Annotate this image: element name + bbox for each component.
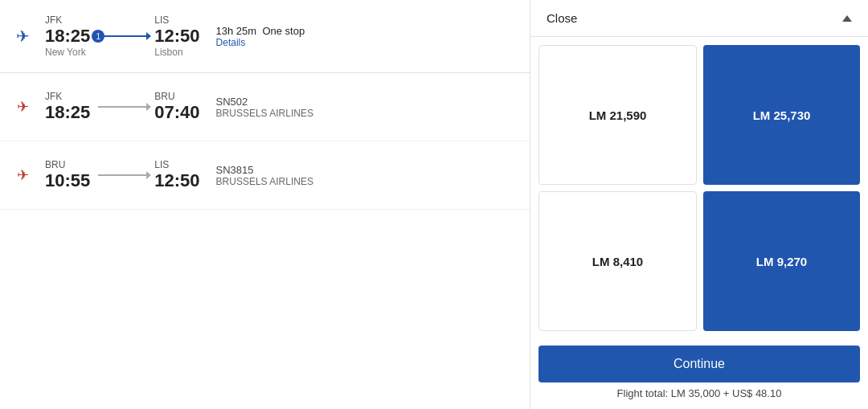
seg1-depart-time: 18:25 [45,102,90,123]
seg1-flight-number: SN502 [216,96,313,108]
segment-list: ✈ JFK 18:25 BRU 07:40 [0,73,530,210]
continue-section: Continue Flight total: LM 35,000 + US$ 4… [530,339,868,409]
seg1-arrow [146,103,151,111]
arrow-right [146,32,151,40]
seg1-dest-code: BRU [154,91,199,102]
duration-info: 13h 25m One stop Details [216,25,305,48]
flight-info: JFK 18:25 New York 1 LIS 12:50 Lisbon [45,14,305,58]
seg2-dest: LIS 12:50 [154,159,199,191]
seg2-airline: BRUSSELS AIRLINES [216,176,313,187]
seg2-dest-code: LIS [154,159,199,170]
table-row: ✈ BRU 10:55 LIS 12:50 [0,141,530,210]
seg1-dest: BRU 07:40 [154,91,199,123]
segment1-info: JFK 18:25 BRU 07:40 SN502 BRUSSELS AI [45,91,514,123]
segment2-info: BRU 10:55 LIS 12:50 SN3815 BRUSSELS A [45,159,514,191]
seg2-arrive-time: 12:50 [154,170,199,191]
price-cell-2-1[interactable]: LM 8,410 [538,191,697,331]
continue-button[interactable]: Continue [538,346,860,382]
seg2-origin-code: BRU [45,159,90,170]
flight-summary-row: ✈ JFK 18:25 New York 1 L [0,0,530,73]
price-cell-1-1[interactable]: LM 21,590 [538,45,697,185]
seg2-arrow [146,171,151,179]
origin-block: JFK 18:25 New York [45,14,90,58]
price-grid: LM 21,590 LM 25,730 LM 8,410 LM 9,270 [530,37,868,339]
depart-time: 18:25 [45,26,90,47]
origin-code: JFK [45,14,90,26]
left-panel: ✈ JFK 18:25 New York 1 L [0,0,530,409]
seg1-flight-block: SN502 BRUSSELS AIRLINES [216,96,313,119]
airline-icon: ✈ [8,27,37,46]
price-cell-1-2[interactable]: LM 25,730 [703,45,860,185]
seg2-flight-number: SN3815 [216,164,313,176]
segments-section: ✈ JFK 18:25 BRU 07:40 [0,73,530,210]
close-label: Close [547,11,577,25]
seg2-depart-time: 10:55 [45,170,90,191]
close-bar[interactable]: Close [530,0,868,37]
price-cell-2-2[interactable]: LM 9,270 [703,191,860,331]
duration-text: 13h 25m One stop [216,25,305,37]
arrive-time: 12:50 [154,26,199,47]
seg1-airline: BRUSSELS AIRLINES [216,108,313,119]
flight-total: Flight total: LM 35,000 + US$ 48.10 [538,382,860,406]
price-row-2: LM 8,410 LM 9,270 [538,191,860,331]
dest-city: Lisbon [154,47,199,58]
dest-block: LIS 12:50 Lisbon [154,14,199,58]
dest-code: LIS [154,14,199,26]
segment2-plane-icon: ✈ [17,166,29,184]
seg2-route-line [98,174,146,176]
right-panel: Close LM 21,590 LM 25,730 LM 8,410 LM 9 [530,0,868,409]
chevron-up-icon [842,15,852,22]
segment1-plane-icon: ✈ [17,98,29,116]
segment2-icon: ✈ [8,166,37,184]
seg2-origin: BRU 10:55 [45,159,90,191]
details-link[interactable]: Details [216,37,305,48]
plane-icon: ✈ [16,27,30,46]
seg2-flight-block: SN3815 BRUSSELS AIRLINES [216,164,313,187]
main-container: ✈ JFK 18:25 New York 1 L [0,0,868,409]
seg1-arrive-time: 07:40 [154,102,199,123]
stop-dot: 1 [92,30,104,43]
segment1-icon: ✈ [8,98,37,116]
seg1-origin: JFK 18:25 [45,91,90,123]
seg1-origin-code: JFK [45,91,90,102]
table-row: ✈ JFK 18:25 BRU 07:40 [0,73,530,141]
route-line: 1 [98,35,146,37]
route-arrow: 1 [98,35,146,37]
price-row-1: LM 21,590 LM 25,730 [538,45,860,185]
origin-city: New York [45,47,90,58]
seg1-route-line [98,106,146,108]
